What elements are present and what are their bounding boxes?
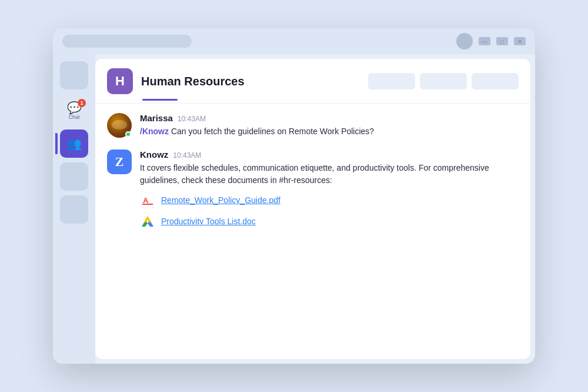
close-button[interactable]: ✕ <box>514 37 526 45</box>
title-bar: — □ ✕ <box>53 28 535 54</box>
chat-label: Chat <box>68 115 79 120</box>
main-layout: 💬 Chat 1 👥 H Human Resources <box>53 54 535 364</box>
avatar-wrapper-marissa <box>107 113 132 138</box>
message-row-marissa: Marissa 10:43AM /Knowz Can you fetch the… <box>107 113 519 138</box>
pdf-icon: A <box>140 192 155 208</box>
avatar-knowz: Z <box>107 150 132 174</box>
message-meta-marissa: Marissa 10:43AM <box>140 113 519 123</box>
message-meta-knowz: Knowz 10:43AM <box>140 150 519 160</box>
teams-icon: 👥 <box>67 138 82 150</box>
maximize-button[interactable]: □ <box>496 37 508 45</box>
message-body-knowz: Knowz 10:43AM It covers flexible schedul… <box>140 150 519 229</box>
message-row-knowz: Z Knowz 10:43AM It covers flexible sched… <box>107 150 519 229</box>
message-text-marissa: /Knowz Can you fetch the guidelines on R… <box>140 125 519 138</box>
header-tabs <box>95 94 530 104</box>
svg-text:A: A <box>143 196 149 205</box>
mention-knowz: /Knowz <box>140 127 169 136</box>
sidebar: 💬 Chat 1 👥 <box>53 54 95 364</box>
message-time-knowz: 10:43AM <box>173 151 201 160</box>
message-author-marissa: Marissa <box>140 113 173 123</box>
title-bar-search[interactable] <box>62 35 192 48</box>
sidebar-item-home[interactable] <box>60 61 88 89</box>
sidebar-item-extra1[interactable] <box>60 162 88 191</box>
channel-header: H Human Resources <box>95 59 530 94</box>
message-body-marissa: Marissa 10:43AM /Knowz Can you fetch the… <box>140 113 519 138</box>
title-bar-controls: — □ ✕ <box>456 33 526 49</box>
message-time-marissa: 10:43AM <box>178 115 206 123</box>
online-dot-marissa <box>125 131 131 137</box>
message-text-knowz: It covers flexible schedules, communicat… <box>140 162 519 187</box>
sidebar-item-extra2[interactable] <box>60 195 88 224</box>
title-bar-avatar <box>456 33 473 49</box>
channel-actions <box>368 73 519 89</box>
sidebar-item-teams[interactable]: 👥 <box>60 129 88 158</box>
action-btn-1[interactable] <box>368 73 415 89</box>
gdrive-icon <box>140 214 155 229</box>
messages-area: Marissa 10:43AM /Knowz Can you fetch the… <box>95 104 530 359</box>
svg-marker-6 <box>144 216 152 222</box>
attachment-gdoc-name: Productivity Tools List.doc <box>161 217 256 226</box>
action-btn-3[interactable] <box>472 73 519 89</box>
channel-avatar: H <box>107 68 133 94</box>
active-indicator <box>55 133 58 154</box>
chat-badge: 1 <box>78 99 86 107</box>
attachment-pdf[interactable]: A Remote_Work_Policy_Guide.pdf <box>140 192 519 208</box>
message-author-knowz: Knowz <box>140 150 168 160</box>
attachment-pdf-name: Remote_Work_Policy_Guide.pdf <box>161 195 280 205</box>
action-btn-2[interactable] <box>420 73 467 89</box>
minimize-button[interactable]: — <box>479 37 490 45</box>
active-tab-indicator <box>142 99 178 101</box>
app-window: — □ ✕ 💬 Chat 1 👥 <box>53 28 535 364</box>
attachment-gdoc[interactable]: Productivity Tools List.doc <box>140 214 519 229</box>
content-area: H Human Resources <box>95 59 530 359</box>
channel-title: Human Resources <box>141 75 245 88</box>
sidebar-item-chat[interactable]: 💬 Chat 1 <box>60 97 88 125</box>
